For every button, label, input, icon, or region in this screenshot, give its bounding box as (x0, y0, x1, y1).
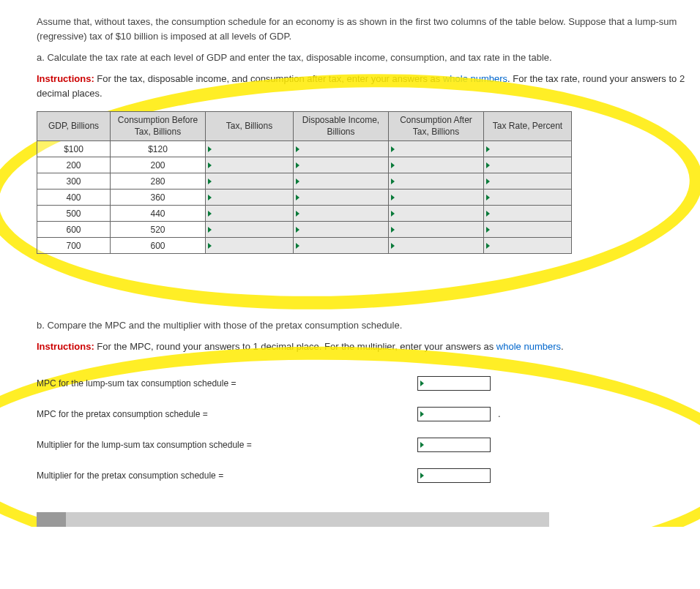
input-disposable[interactable] (294, 190, 389, 206)
answer-label: MPC for the lump-sum tax consumption sch… (37, 378, 417, 389)
input-tax[interactable] (206, 190, 294, 206)
cell-gdp: 400 (37, 190, 111, 206)
highlight-annotation-icon (0, 339, 700, 527)
input-tax-rate[interactable] (484, 141, 572, 157)
input-cons-after[interactable] (389, 222, 484, 238)
input-tax[interactable] (206, 206, 294, 222)
table-row: 500 440 (37, 206, 572, 222)
part-a-question: a. Calculate the tax rate at each level … (37, 52, 700, 63)
input-tax[interactable] (206, 222, 294, 238)
period-text: . (498, 408, 501, 419)
whole-numbers-text: whole numbers (496, 341, 561, 352)
input-tax[interactable] (206, 173, 294, 190)
input-mpc-lump[interactable] (417, 376, 491, 391)
answer-row-mult-pretax: Multiplier for the pretax consumption sc… (37, 468, 700, 483)
input-cons-after[interactable] (389, 238, 484, 254)
input-cons-after[interactable] (389, 141, 484, 157)
intro-paragraph: Assume that, without taxes, the consumpt… (37, 15, 700, 43)
header-gdp: GDP, Billions (37, 112, 111, 141)
input-mpc-pretax[interactable] (417, 407, 491, 421)
header-disposable: Disposable Income, Billions (294, 112, 389, 141)
cell-cons-before: $120 (111, 141, 206, 157)
table-section: GDP, Billions Consumption Before Tax, Bi… (37, 111, 700, 254)
input-cons-after[interactable] (389, 206, 484, 222)
header-tax-rate: Tax Rate, Percent (484, 112, 572, 141)
input-cons-after[interactable] (389, 190, 484, 206)
cell-gdp: 200 (37, 157, 111, 173)
input-tax-rate[interactable] (484, 222, 572, 238)
input-tax[interactable] (206, 141, 294, 157)
input-tax-rate[interactable] (484, 190, 572, 206)
table-row: $100 $120 (37, 141, 572, 157)
input-mult-pretax[interactable] (417, 468, 491, 483)
input-disposable[interactable] (294, 222, 389, 238)
cell-gdp: 700 (37, 238, 111, 254)
input-tax[interactable] (206, 157, 294, 173)
cell-gdp: 500 (37, 206, 111, 222)
instructions-label: Instructions: (37, 73, 94, 84)
input-disposable[interactable] (294, 157, 389, 173)
answer-row-mpc-pretax: MPC for the pretax consumption schedule … (37, 407, 700, 421)
input-disposable[interactable] (294, 141, 389, 157)
part-b-section: b. Compare the MPC and the multiplier wi… (37, 320, 700, 527)
input-tax-rate[interactable] (484, 173, 572, 190)
table-row: 600 520 (37, 222, 572, 238)
input-cons-after[interactable] (389, 173, 484, 190)
consumption-table: GDP, Billions Consumption Before Tax, Bi… (37, 111, 572, 254)
cell-cons-before: 520 (111, 222, 206, 238)
cell-gdp: 300 (37, 173, 111, 190)
input-disposable[interactable] (294, 173, 389, 190)
bottom-bar-segment (37, 512, 66, 527)
header-cons-after: Consumption After Tax, Billions (389, 112, 484, 141)
input-tax-rate[interactable] (484, 157, 572, 173)
header-cons-before: Consumption Before Tax, Billions (111, 112, 206, 141)
instructions-b-text-2: . (561, 341, 564, 352)
input-mult-lump[interactable] (417, 438, 491, 452)
input-tax-rate[interactable] (484, 206, 572, 222)
cell-cons-before: 200 (111, 157, 206, 173)
instructions-label: Instructions: (37, 341, 94, 352)
input-tax-rate[interactable] (484, 238, 572, 254)
input-disposable[interactable] (294, 238, 389, 254)
header-tax: Tax, Billions (206, 112, 294, 141)
cell-cons-before: 360 (111, 190, 206, 206)
answer-row-mult-lump: Multiplier for the lump-sum tax consumpt… (37, 438, 700, 452)
cell-gdp: $100 (37, 141, 111, 157)
cell-cons-before: 440 (111, 206, 206, 222)
cell-cons-before: 600 (111, 238, 206, 254)
bottom-bar (37, 512, 549, 527)
cell-cons-before: 280 (111, 173, 206, 190)
part-b-question: b. Compare the MPC and the multiplier wi… (37, 320, 700, 331)
input-disposable[interactable] (294, 206, 389, 222)
answer-label: Multiplier for the pretax consumption sc… (37, 470, 417, 481)
table-row: 200 200 (37, 157, 572, 173)
table-row: 400 360 (37, 190, 572, 206)
answer-rows: MPC for the lump-sum tax consumption sch… (37, 376, 700, 483)
input-tax[interactable] (206, 238, 294, 254)
answer-label: Multiplier for the lump-sum tax consumpt… (37, 440, 417, 450)
table-row: 300 280 (37, 173, 572, 190)
cell-gdp: 600 (37, 222, 111, 238)
answer-label: MPC for the pretax consumption schedule … (37, 409, 417, 419)
input-cons-after[interactable] (389, 157, 484, 173)
answer-row-mpc-lump: MPC for the lump-sum tax consumption sch… (37, 376, 700, 391)
table-row: 700 600 (37, 238, 572, 254)
